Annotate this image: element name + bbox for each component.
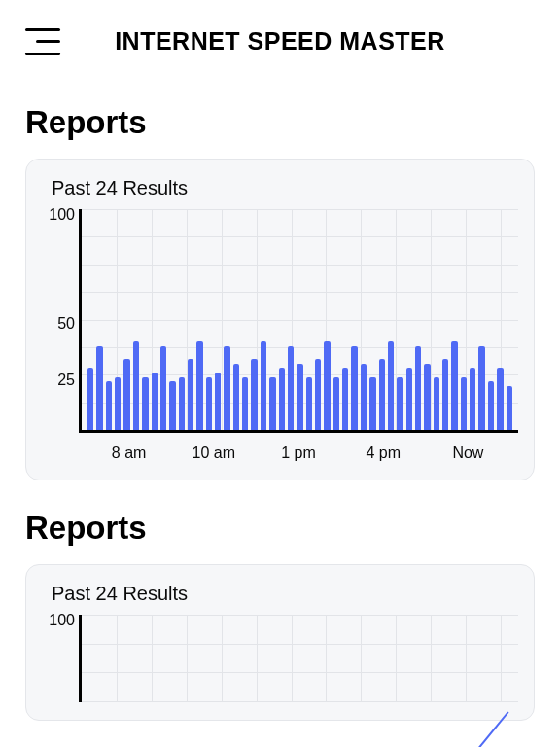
bar	[297, 364, 302, 430]
section-title-2: Reports	[0, 480, 560, 564]
line-curves	[82, 615, 518, 747]
report-card-2: Past 24 Results 100	[25, 564, 535, 721]
bar	[333, 377, 339, 430]
bar	[497, 368, 503, 430]
x-tick: 1 pm	[256, 445, 340, 462]
bar	[507, 386, 512, 430]
x-tick: Now	[426, 445, 510, 462]
bar	[361, 364, 367, 430]
bar	[379, 359, 385, 430]
app-title: INTERNET SPEED MASTER	[25, 27, 535, 55]
x-tick: 4 pm	[341, 445, 426, 462]
bar	[152, 373, 158, 430]
plot-area	[79, 209, 518, 433]
bar	[242, 377, 248, 430]
bar	[406, 368, 412, 430]
bar	[233, 364, 239, 430]
bar	[196, 341, 202, 430]
bar	[478, 346, 484, 430]
bar	[369, 377, 375, 430]
x-tick: 10 am	[171, 445, 256, 462]
y-tick-25: 25	[40, 372, 75, 389]
bar	[351, 346, 357, 430]
bar	[88, 368, 93, 430]
report-card-1: Past 24 Results 100 50 25	[25, 159, 535, 480]
bar-chart: 100 50 25	[36, 209, 524, 462]
x-axis: 8 am 10 am 1 pm 4 pm Now	[79, 433, 518, 462]
bar	[306, 377, 312, 430]
bar	[442, 359, 448, 430]
section-title-1: Reports	[0, 75, 560, 159]
bar	[251, 359, 257, 430]
bar	[224, 346, 229, 430]
bar	[215, 373, 221, 430]
bar	[133, 341, 139, 430]
bar	[206, 377, 212, 430]
y-tick-100: 100	[40, 612, 75, 629]
bar	[397, 377, 402, 430]
bar	[279, 368, 285, 430]
plot-area-2	[79, 615, 518, 702]
bar	[115, 377, 121, 430]
bar	[96, 346, 102, 430]
bar	[451, 341, 457, 430]
bar	[160, 346, 166, 430]
bar	[315, 359, 321, 430]
bar	[388, 341, 394, 430]
bar	[415, 346, 421, 430]
bar	[434, 377, 439, 430]
bar	[470, 368, 475, 430]
bar	[123, 359, 129, 430]
bar	[424, 364, 430, 430]
bar	[488, 381, 494, 430]
card-title-2: Past 24 Results	[36, 583, 524, 615]
bar	[169, 381, 175, 430]
bar	[179, 377, 185, 430]
card-title-1: Past 24 Results	[36, 177, 524, 209]
bar	[461, 377, 467, 430]
bar	[324, 341, 330, 430]
bar	[106, 381, 112, 430]
bar	[188, 359, 193, 430]
line-chart: 100	[36, 615, 524, 702]
bar	[269, 377, 275, 430]
bar	[288, 346, 294, 430]
bar	[261, 341, 266, 430]
y-tick-50: 50	[40, 315, 75, 333]
y-tick-100: 100	[40, 206, 75, 224]
bar	[142, 377, 148, 430]
curve-blue	[409, 712, 508, 747]
bar	[342, 368, 348, 430]
x-tick: 8 am	[87, 445, 171, 462]
